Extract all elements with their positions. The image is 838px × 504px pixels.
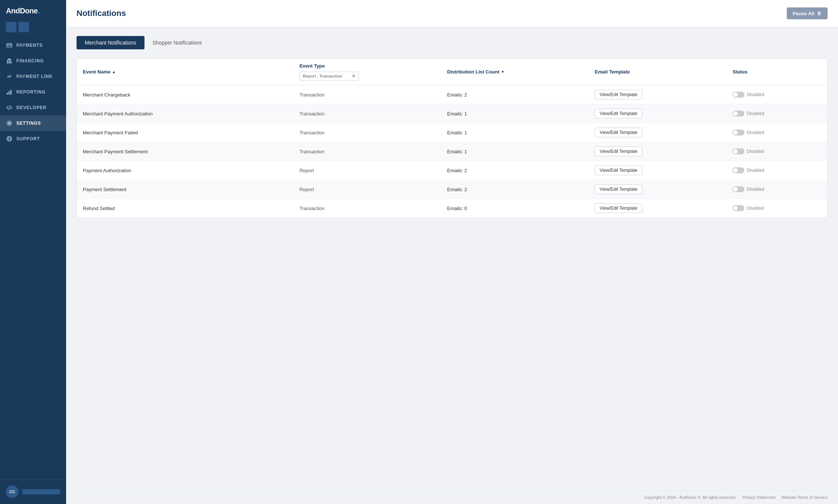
status-toggle[interactable] bbox=[733, 130, 744, 135]
cell-email-template: View/Edit Template bbox=[595, 203, 733, 213]
cell-event-type: Report bbox=[299, 168, 447, 173]
sidebar-item-settings-label: SETTINGS bbox=[16, 121, 41, 126]
sidebar-item-developer[interactable]: DEVELOPER bbox=[0, 100, 66, 115]
cell-event-type: Transaction bbox=[299, 111, 447, 117]
view-edit-template-button[interactable]: View/Edit Template bbox=[595, 203, 642, 213]
cell-status: Disabled bbox=[733, 130, 821, 135]
tab-merchant-notifications[interactable]: Merchant Notifications bbox=[77, 36, 144, 49]
status-toggle[interactable] bbox=[733, 92, 744, 98]
cell-status: Disabled bbox=[733, 148, 821, 154]
logo-text: AndDone. bbox=[6, 7, 39, 15]
user-initials: CC bbox=[6, 485, 19, 498]
avatar-box-2 bbox=[19, 22, 29, 32]
sidebar-item-support[interactable]: SUPPORT bbox=[0, 131, 66, 147]
table-row: Refund Settled Transaction Emails: 0 Vie… bbox=[77, 199, 827, 217]
cell-status: Disabled bbox=[733, 111, 821, 117]
privacy-link[interactable]: Privacy Statement bbox=[742, 495, 775, 500]
sidebar-item-payment-link-label: PAYMENT LINK bbox=[16, 74, 53, 79]
cell-email-template: View/Edit Template bbox=[595, 166, 733, 175]
col-header-event-type: Event Type Report , Transaction ✕ bbox=[299, 63, 447, 81]
cell-event-name: Payment Settlement bbox=[83, 187, 299, 192]
cell-status: Disabled bbox=[733, 205, 821, 211]
svg-rect-6 bbox=[7, 63, 12, 63]
cell-event-name: Merchant Payment Failed bbox=[83, 130, 299, 135]
svg-line-10 bbox=[9, 106, 10, 109]
status-label: Disabled bbox=[747, 111, 764, 116]
svg-marker-5 bbox=[7, 58, 12, 60]
page-title: Notifications bbox=[77, 9, 126, 18]
link-icon bbox=[6, 73, 13, 80]
sort-down-icon[interactable]: ▼ bbox=[501, 70, 505, 74]
content-area: Merchant Notifications Shopper Notificat… bbox=[66, 27, 838, 490]
tabs-container: Merchant Notifications Shopper Notificat… bbox=[77, 36, 828, 49]
code-icon bbox=[6, 104, 13, 111]
pause-all-button[interactable]: Pause All ⏸ bbox=[787, 7, 828, 19]
main-content: Notifications Pause All ⏸ Merchant Notif… bbox=[66, 0, 838, 504]
view-edit-template-button[interactable]: View/Edit Template bbox=[595, 109, 642, 118]
status-toggle[interactable] bbox=[733, 148, 744, 154]
sidebar-item-financing[interactable]: FINANCING bbox=[0, 53, 66, 69]
svg-rect-1 bbox=[7, 45, 12, 46]
sidebar-item-reporting-label: REPORTING bbox=[16, 89, 46, 95]
pause-icon: ⏸ bbox=[816, 10, 822, 16]
table-header: Event Name ▲ Event Type Report , Transac… bbox=[77, 59, 827, 85]
cell-status: Disabled bbox=[733, 92, 821, 98]
sidebar: AndDone. PAYMENTS bbox=[0, 0, 66, 504]
view-edit-template-button[interactable]: View/Edit Template bbox=[595, 147, 642, 156]
cell-dist-count: Emails: 2 bbox=[447, 187, 595, 192]
sort-up-icon[interactable]: ▲ bbox=[112, 70, 116, 74]
toggle-knob bbox=[733, 187, 738, 192]
logo-area: AndDone. bbox=[0, 0, 66, 20]
status-toggle-container: Disabled bbox=[733, 111, 821, 117]
sidebar-item-settings[interactable]: SETTINGS bbox=[0, 115, 66, 131]
bank-icon bbox=[6, 58, 13, 64]
cell-dist-count: Emails: 2 bbox=[447, 168, 595, 173]
filter-close-icon[interactable]: ✕ bbox=[352, 73, 355, 79]
status-label: Disabled bbox=[747, 206, 764, 211]
cell-event-name: Merchant Chargeback bbox=[83, 92, 299, 98]
cell-email-template: View/Edit Template bbox=[595, 128, 733, 137]
status-toggle-container: Disabled bbox=[733, 186, 821, 192]
status-toggle[interactable] bbox=[733, 111, 744, 117]
status-toggle-container: Disabled bbox=[733, 92, 821, 98]
event-type-filter[interactable]: Report , Transaction ✕ bbox=[299, 72, 359, 81]
svg-rect-4 bbox=[10, 60, 12, 63]
sidebar-item-payment-link[interactable]: PAYMENT LINK bbox=[0, 69, 66, 84]
cell-event-type: Transaction bbox=[299, 149, 447, 154]
svg-rect-8 bbox=[9, 91, 10, 95]
view-edit-template-button[interactable]: View/Edit Template bbox=[595, 166, 642, 175]
svg-rect-9 bbox=[10, 90, 12, 95]
cell-email-template: View/Edit Template bbox=[595, 147, 733, 156]
view-edit-template-button[interactable]: View/Edit Template bbox=[595, 128, 642, 137]
cell-event-type: Transaction bbox=[299, 92, 447, 98]
pause-all-label: Pause All bbox=[793, 11, 814, 16]
status-label: Disabled bbox=[747, 130, 764, 135]
terms-link[interactable]: Website Terms of Service bbox=[782, 495, 828, 500]
status-toggle-container: Disabled bbox=[733, 205, 821, 211]
cell-event-type: Report bbox=[299, 187, 447, 192]
status-toggle-container: Disabled bbox=[733, 148, 821, 154]
status-toggle[interactable] bbox=[733, 167, 744, 173]
status-toggle[interactable] bbox=[733, 205, 744, 211]
sidebar-item-reporting[interactable]: REPORTING bbox=[0, 84, 66, 100]
col-header-event-name: Event Name ▲ bbox=[83, 69, 299, 75]
sidebar-item-support-label: SUPPORT bbox=[16, 136, 40, 141]
sidebar-nav: PAYMENTS FINANCING bbox=[0, 37, 66, 147]
cell-dist-count: Emails: 1 bbox=[447, 111, 595, 117]
tab-shopper-notifications[interactable]: Shopper Notifications bbox=[144, 36, 210, 49]
cell-event-type: Transaction bbox=[299, 130, 447, 135]
view-edit-template-button[interactable]: View/Edit Template bbox=[595, 184, 642, 194]
sidebar-item-payments[interactable]: PAYMENTS bbox=[0, 37, 66, 53]
col-header-email-template: Email Template bbox=[595, 69, 733, 75]
svg-rect-2 bbox=[7, 60, 8, 63]
status-toggle[interactable] bbox=[733, 186, 744, 192]
notifications-table: Event Name ▲ Event Type Report , Transac… bbox=[77, 58, 828, 218]
status-toggle-container: Disabled bbox=[733, 167, 821, 173]
copyright-text: Copyright © 2024 - AndDone ®. All rights… bbox=[644, 495, 737, 500]
toggle-knob bbox=[733, 92, 738, 97]
cell-status: Disabled bbox=[733, 186, 821, 192]
view-edit-template-button[interactable]: View/Edit Template bbox=[595, 90, 642, 99]
sidebar-item-developer-label: DEVELOPER bbox=[16, 105, 46, 110]
credit-card-icon bbox=[6, 42, 13, 49]
cell-event-name: Merchant Payment Settlement bbox=[83, 149, 299, 154]
